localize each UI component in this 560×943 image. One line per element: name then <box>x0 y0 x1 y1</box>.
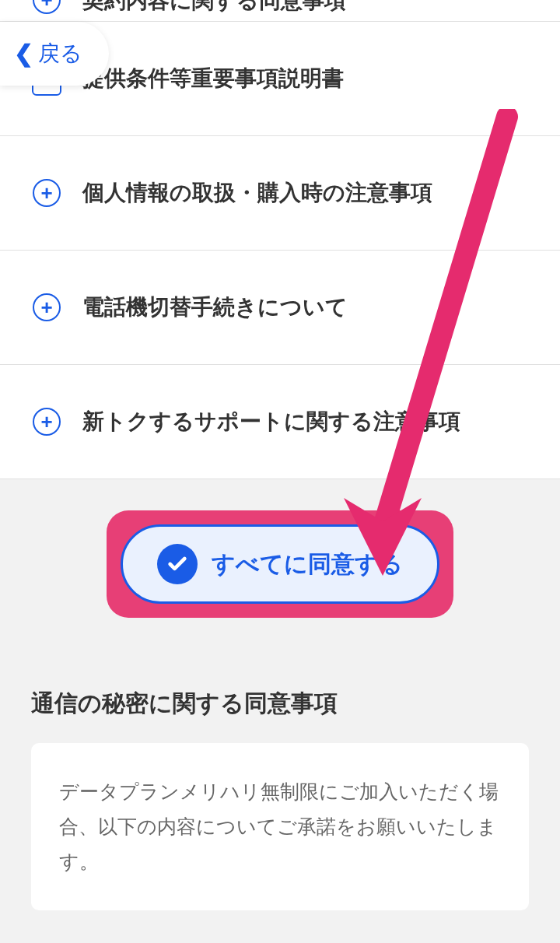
row-title: 電話機切替手続きについて <box>82 291 348 324</box>
back-button[interactable]: ❮ 戻る <box>0 22 109 86</box>
plus-icon: + <box>31 292 62 323</box>
agree-all-container: すべてに同意する <box>0 479 560 641</box>
agreement-row-personal-info[interactable]: + 個人情報の取扱・購入時の注意事項 <box>0 136 560 251</box>
agree-highlight-box: すべてに同意する <box>107 510 453 618</box>
row-title: 新トクするサポートに関する注意事項 <box>82 405 460 438</box>
section-card: データプランメリハリ無制限にご加入いただく場合、以下の内容についてご承諾をお願い… <box>31 743 529 910</box>
agreement-row-support-notes[interactable]: + 新トクするサポートに関する注意事項 <box>0 365 560 479</box>
section-body: データプランメリハリ無制限にご加入いただく場合、以下の内容についてご承諾をお願い… <box>59 774 501 879</box>
back-label: 戻る <box>38 39 82 68</box>
row-title: 個人情報の取扱・購入時の注意事項 <box>82 177 432 209</box>
chevron-left-icon: ❮ <box>14 42 33 65</box>
row-title: 契約内容に関する同意事項 <box>82 0 346 17</box>
agreement-row-phone-switch[interactable]: + 電話機切替手続きについて <box>0 251 560 365</box>
check-circle-icon <box>157 544 198 584</box>
plus-icon: + <box>31 0 62 16</box>
plus-icon: + <box>31 406 62 437</box>
section-heading: 通信の秘密に関する同意事項 <box>0 641 560 743</box>
row-title: 提供条件等重要事項説明書 <box>82 62 344 95</box>
agreement-row-contract[interactable]: + 契約内容に関する同意事項 <box>0 0 560 22</box>
agree-all-button[interactable]: すべてに同意する <box>121 524 439 604</box>
plus-icon: + <box>31 177 62 209</box>
agree-all-label: すべてに同意する <box>212 549 403 580</box>
